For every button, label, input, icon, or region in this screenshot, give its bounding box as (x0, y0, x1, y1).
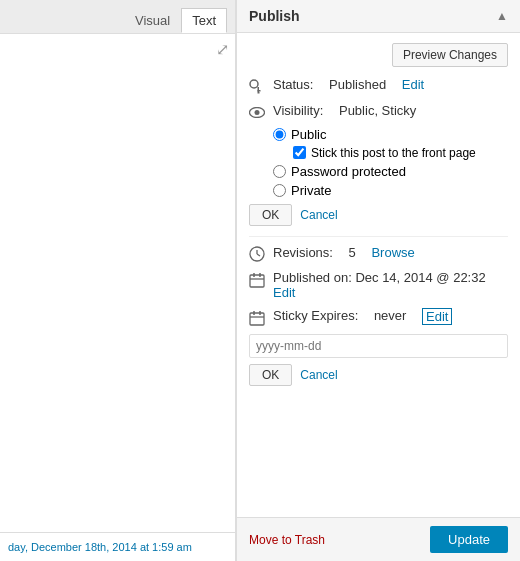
clock-icon (249, 246, 267, 263)
published-details: Published on: Dec 14, 2014 @ 22:32 Edit (273, 270, 486, 300)
calendar-icon-1 (249, 271, 267, 288)
visibility-cancel-link[interactable]: Cancel (300, 208, 337, 222)
revisions-label: Revisions: (273, 245, 333, 260)
editor-tab-bar: Visual Text (0, 0, 235, 34)
sticky-expires-row: Sticky Expires: never Edit (249, 308, 508, 326)
revisions-count: 5 (349, 245, 356, 260)
visibility-value: Public, Sticky (339, 103, 416, 118)
date-input[interactable] (249, 334, 508, 358)
key-icon (249, 78, 267, 95)
status-label: Status: (273, 77, 313, 92)
publish-panel-header: Publish ▲ (237, 0, 520, 33)
published-date: Dec 14, 2014 @ 22:32 (355, 270, 485, 285)
radio-private[interactable] (273, 184, 286, 197)
radio-password-row: Password protected (273, 164, 508, 179)
radio-public-row: Public (273, 127, 508, 142)
published-edit-link[interactable]: Edit (273, 285, 295, 300)
visibility-options: Public Stick this post to the front page… (273, 127, 508, 198)
radio-password[interactable] (273, 165, 286, 178)
trash-link[interactable]: Move to Trash (249, 533, 325, 547)
visibility-row: Visibility: Public, Sticky (249, 103, 508, 119)
status-row: Status: Published Edit (249, 77, 508, 95)
fullscreen-icon[interactable]: ⤢ (216, 40, 229, 59)
radio-public-label[interactable]: Public (291, 127, 326, 142)
radio-password-label[interactable]: Password protected (291, 164, 406, 179)
svg-rect-9 (250, 275, 264, 287)
radio-private-label[interactable]: Private (291, 183, 331, 198)
sticky-expires-value: never (374, 308, 407, 323)
publish-panel-title: Publish (249, 8, 300, 24)
status-value: Published (329, 77, 386, 92)
collapse-icon[interactable]: ▲ (496, 9, 508, 23)
published-row: Published on: Dec 14, 2014 @ 22:32 Edit (249, 270, 508, 300)
sticky-expires-edit-link[interactable]: Edit (422, 308, 452, 325)
eye-icon (249, 104, 267, 119)
svg-rect-13 (250, 313, 264, 325)
svg-point-5 (255, 110, 260, 115)
revisions-row: Revisions: 5 Browse (249, 245, 508, 263)
svg-rect-2 (258, 90, 261, 92)
date-ok-cancel: OK Cancel (249, 364, 508, 386)
date-cancel-link[interactable]: Cancel (300, 368, 337, 382)
sticky-expires-label: Sticky Expires: (273, 308, 358, 323)
publish-panel: Publish ▲ Preview Changes Status: Publis… (236, 0, 520, 561)
status-edit-link[interactable]: Edit (402, 77, 424, 92)
calendar-icon-2 (249, 309, 267, 326)
update-button[interactable]: Update (430, 526, 508, 553)
revisions-browse-link[interactable]: Browse (371, 245, 414, 260)
sticky-checkbox[interactable] (293, 146, 306, 159)
visibility-ok-cancel: OK Cancel (249, 204, 508, 226)
svg-line-8 (257, 254, 260, 256)
divider-1 (249, 236, 508, 237)
tab-text[interactable]: Text (181, 8, 227, 33)
svg-point-0 (250, 80, 258, 88)
svg-rect-3 (258, 92, 260, 94)
visibility-label: Visibility: (273, 103, 323, 118)
editor-body: ⤢ (0, 34, 235, 532)
date-ok-button[interactable]: OK (249, 364, 292, 386)
last-edited-text: day, December 18th, 2014 at 1:59 am (8, 541, 192, 553)
editor-panel: Visual Text ⤢ day, December 18th, 2014 a… (0, 0, 236, 561)
tab-visual[interactable]: Visual (124, 8, 181, 33)
radio-private-row: Private (273, 183, 508, 198)
publish-panel-body: Preview Changes Status: Published Edit (237, 33, 520, 517)
radio-public[interactable] (273, 128, 286, 141)
published-label: Published on: (273, 270, 352, 285)
visibility-ok-button[interactable]: OK (249, 204, 292, 226)
preview-changes-button[interactable]: Preview Changes (392, 43, 508, 67)
publish-panel-footer: Move to Trash Update (237, 517, 520, 561)
sticky-checkbox-row: Stick this post to the front page (293, 146, 508, 160)
editor-bottom-bar: day, December 18th, 2014 at 1:59 am (0, 532, 235, 561)
sticky-checkbox-label[interactable]: Stick this post to the front page (311, 146, 476, 160)
